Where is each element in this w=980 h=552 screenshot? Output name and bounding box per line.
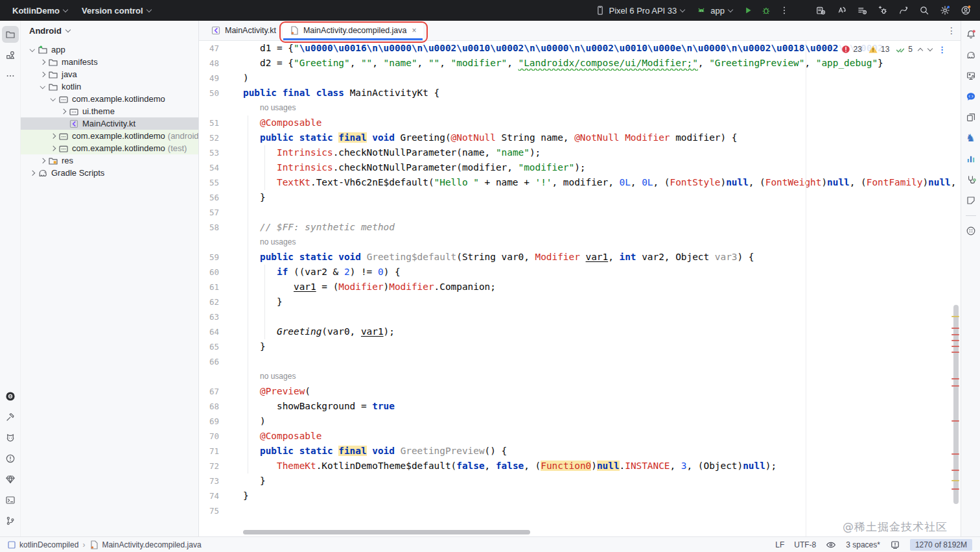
- previous-problem-chevron-up-icon[interactable]: [918, 47, 923, 53]
- code-text[interactable]: d2 = {"Greeting", "", "name", "", "modif…: [243, 56, 961, 71]
- error-stripe-mark[interactable]: [951, 385, 959, 387]
- cat-assistant-button[interactable]: [2, 429, 19, 446]
- chevron-down-icon[interactable]: [48, 98, 58, 101]
- gutter[interactable]: [199, 101, 243, 115]
- tree-item-com-example-kotlindemo-androidtest[interactable]: com.example.kotlindemo(androidTest): [21, 130, 198, 142]
- gradle-elephant-button[interactable]: [962, 47, 979, 64]
- gemini-chat-button[interactable]: [962, 88, 979, 105]
- build-hammer-button[interactable]: [2, 409, 19, 426]
- code-text[interactable]: @Preview(: [243, 384, 961, 399]
- next-problem-chevron-down-icon[interactable]: [928, 46, 933, 51]
- gutter[interactable]: [199, 235, 243, 250]
- status-reader-mode-eye[interactable]: [826, 540, 836, 550]
- line-number[interactable]: 71: [199, 444, 243, 459]
- notifications-bell-button[interactable]: [962, 26, 979, 43]
- resource-manager-button[interactable]: [2, 47, 19, 64]
- close-icon[interactable]: ×: [412, 26, 417, 35]
- plugin-globe-button[interactable]: [2, 388, 19, 405]
- line-number[interactable]: 68: [199, 399, 243, 414]
- code-text[interactable]: }: [243, 474, 961, 488]
- run-configuration[interactable]: app: [691, 3, 738, 18]
- line-number[interactable]: 63: [199, 309, 243, 324]
- line-number[interactable]: 65: [199, 339, 243, 354]
- notched-square-button[interactable]: [962, 192, 979, 209]
- tree-item-com-example-kotlindemo-test[interactable]: com.example.kotlindemo(test): [21, 142, 198, 154]
- usages-inlay-hint[interactable]: no usages: [243, 101, 296, 115]
- code-text[interactable]: public static final void GreetingPreview…: [243, 444, 961, 459]
- scrollbar-thumb[interactable]: [243, 530, 530, 534]
- vertical-scrollbar[interactable]: [951, 41, 961, 536]
- code-text[interactable]: }: [243, 294, 961, 309]
- line-number[interactable]: 55: [199, 175, 243, 190]
- running-devices-button[interactable]: [962, 109, 979, 126]
- code-editor[interactable]: 47 d1 = {"\u0000\u0016\n\u0000\n\u0002\u…: [199, 41, 961, 536]
- line-number[interactable]: 57: [199, 205, 243, 220]
- gutter[interactable]: [199, 369, 243, 384]
- code-text[interactable]: [243, 309, 961, 324]
- tree-item-java[interactable]: java: [21, 68, 198, 80]
- more-tools-button[interactable]: [2, 67, 19, 84]
- tree-item-com-example-kotlindemo[interactable]: com.example.kotlindemo: [21, 93, 198, 105]
- code-text[interactable]: TextKt.Text-Vh6c2nE$default("Hello " + n…: [243, 175, 961, 190]
- chevron-right-icon[interactable]: [58, 110, 68, 114]
- line-number[interactable]: 69: [199, 414, 243, 429]
- error-count[interactable]: 23: [841, 44, 862, 54]
- code-text[interactable]: [243, 205, 961, 220]
- chevron-right-icon[interactable]: [27, 171, 37, 175]
- usages-inlay-hint[interactable]: no usages: [243, 369, 296, 384]
- device-manager-button[interactable]: [962, 67, 979, 84]
- line-number[interactable]: 59: [199, 250, 243, 265]
- settings-button[interactable]: [936, 3, 954, 18]
- tree-item-ui-theme[interactable]: ui.theme: [21, 105, 198, 117]
- chevron-right-icon[interactable]: [38, 159, 47, 163]
- tree-item-gradle-scripts[interactable]: Gradle Scripts: [21, 167, 198, 179]
- line-number[interactable]: 47: [199, 41, 243, 56]
- terminal-button[interactable]: [2, 492, 19, 509]
- status-screen-reader[interactable]: [890, 540, 900, 550]
- line-number[interactable]: 60: [199, 265, 243, 280]
- inspector-stethoscope-button[interactable]: [962, 171, 979, 188]
- chevron-down-icon[interactable]: [38, 86, 47, 88]
- line-number[interactable]: 75: [199, 503, 243, 518]
- error-stripe-mark[interactable]: [951, 470, 959, 471]
- inspection-kebab-icon[interactable]: ⋮: [938, 45, 946, 54]
- line-number[interactable]: 52: [199, 130, 243, 145]
- status-utf-8[interactable]: UTF-8: [794, 540, 816, 549]
- line-number[interactable]: 64: [199, 324, 243, 339]
- code-text[interactable]: var1 = (Modifier)Modifier.Companion;: [243, 280, 961, 294]
- code-text[interactable]: ThemeKt.KotlinDemoTheme$default(false, f…: [243, 459, 961, 474]
- error-stripe-mark[interactable]: [951, 346, 959, 347]
- error-stripe-mark[interactable]: [951, 352, 959, 353]
- error-stripe-mark[interactable]: [951, 488, 959, 490]
- line-number[interactable]: 49: [199, 71, 243, 86]
- code-text[interactable]: [243, 354, 961, 369]
- code-text[interactable]: Intrinsics.checkNotNullParameter(name, "…: [243, 145, 961, 160]
- warning-count[interactable]: 13: [868, 44, 889, 54]
- search-everywhere-button[interactable]: [915, 3, 933, 18]
- code-text[interactable]: public static void Greeting$default(Stri…: [243, 250, 961, 265]
- tree-item-mainactivity-kt[interactable]: MainActivity.kt: [21, 117, 198, 130]
- tab-mainactivity-kt[interactable]: MainActivity.kt: [204, 21, 283, 40]
- code-text[interactable]: ): [243, 414, 961, 429]
- kebab-button[interactable]: [775, 3, 793, 18]
- project-view-header[interactable]: Android: [21, 21, 198, 41]
- chevron-right-icon[interactable]: [38, 60, 47, 64]
- project-folder-button[interactable]: [2, 26, 19, 43]
- error-stripe-mark[interactable]: [951, 378, 959, 379]
- line-number[interactable]: 50: [199, 86, 243, 101]
- line-number[interactable]: 73: [199, 474, 243, 488]
- chevron-right-icon[interactable]: [38, 73, 47, 77]
- build-tasks-button[interactable]: [811, 3, 830, 18]
- more-tool-windows-button[interactable]: [962, 222, 979, 239]
- chevron-down-icon[interactable]: [27, 49, 37, 51]
- tree-item-kotlin[interactable]: kotlin: [21, 80, 198, 93]
- error-stripe-mark[interactable]: [951, 420, 959, 422]
- profiler-bars-button[interactable]: [962, 150, 979, 167]
- attach-debugger-button[interactable]: [874, 3, 892, 18]
- line-number[interactable]: 48: [199, 56, 243, 71]
- passed-count[interactable]: 5: [895, 44, 913, 54]
- code-text[interactable]: Greeting(var0, var1);: [243, 324, 961, 339]
- usages-inlay-hint[interactable]: no usages: [243, 235, 296, 250]
- line-number[interactable]: 66: [199, 354, 243, 369]
- error-stripe-mark[interactable]: [951, 316, 959, 317]
